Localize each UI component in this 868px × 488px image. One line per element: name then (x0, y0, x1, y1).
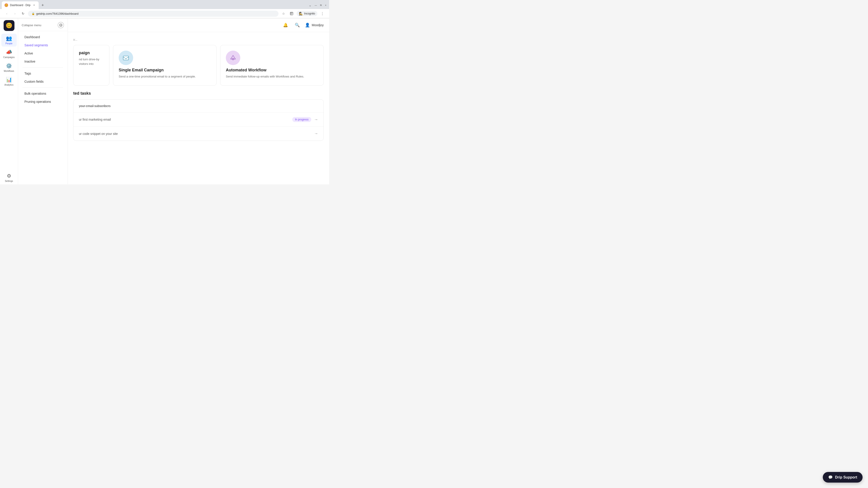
window-close-button[interactable]: × (324, 4, 327, 7)
sidebar-nav: Dashboard Saved segments Active Inactive… (18, 31, 68, 184)
new-tab-button[interactable]: + (39, 2, 46, 8)
tab-title: Dashboard · Drip (10, 4, 31, 7)
sidebar-icon-campaigns[interactable]: 📣 Campaigns (1, 47, 17, 60)
svg-rect-1 (123, 56, 129, 60)
collapse-menu-button[interactable] (58, 22, 64, 28)
sidebar-icon-analytics-label: Analytics (4, 84, 13, 86)
browser-menu-button[interactable]: ⋮ (319, 10, 326, 17)
partial-campaign-card[interactable]: paign nd turn drive-by visitors into (73, 45, 110, 86)
username-label: Moodjoy (312, 23, 324, 27)
workflows-icon: ⚙️ (6, 63, 12, 69)
search-button[interactable]: 🔍 (293, 21, 301, 29)
table-row[interactable]: ur first marketing email In progress → (73, 112, 323, 127)
sidebar-header: Collapse menu (18, 18, 68, 31)
sidebar-icon-settings[interactable]: ⚙ Settings (1, 171, 17, 184)
expanded-sidebar: Collapse menu Dashboard Saved segments A… (18, 18, 68, 184)
single-email-card-desc: Send a one-time promotional email to a s… (119, 74, 211, 79)
people-icon: 👥 (6, 35, 12, 41)
refresh-button[interactable]: ↻ (20, 10, 26, 17)
single-email-campaign-card[interactable]: Single Email Campaign Send a one-time pr… (113, 45, 217, 86)
user-avatar-icon: 👤 (305, 23, 310, 28)
automated-workflow-icon-circle (226, 51, 240, 65)
sidebar-nav-custom-fields[interactable]: Custom fields (20, 77, 66, 86)
tab-close-button[interactable]: × (32, 3, 36, 7)
icon-sidebar: 😊 👥 People 📣 Campaigns ⚙️ Workflows 📊 An… (0, 18, 18, 184)
sidebar-icon-people[interactable]: 👥 People (1, 34, 17, 46)
app-logo: 😊 (4, 20, 14, 31)
tab-favicon: 😊 (4, 3, 8, 7)
sidebar-nav-inactive[interactable]: Inactive (20, 57, 66, 66)
in-progress-badge: In progress (292, 117, 311, 122)
table-row[interactable]: ur code snippet on your site → (73, 127, 323, 140)
notifications-button[interactable]: 🔔 (281, 21, 289, 29)
address-text: getdrip.com/7641396/dashboard (36, 12, 79, 15)
task-arrow-icon[interactable]: → (314, 117, 318, 122)
forward-button[interactable]: › (12, 10, 18, 17)
sidebar-nav-saved-segments[interactable]: Saved segments (20, 41, 66, 49)
sidebar-icon-settings-label: Settings (5, 180, 13, 182)
settings-icon: ⚙ (7, 173, 11, 179)
user-menu[interactable]: 👤 Moodjoy (305, 23, 324, 28)
collapse-menu-label: Collapse menu (22, 24, 41, 27)
analytics-icon: 📊 (6, 77, 12, 83)
tasks-section-title: ted tasks (73, 91, 324, 96)
single-email-card-title: Single Email Campaign (119, 68, 211, 72)
sidebar-icon-people-label: People (5, 42, 12, 45)
browser-title-bar: 😊 Dashboard · Drip × + ⌄ — ⧉ × (0, 0, 329, 9)
window-controls: — ⧉ × (314, 4, 327, 7)
partial-card-desc: nd turn drive-by visitors into (79, 57, 104, 66)
address-bar[interactable]: 🔒 getdrip.com/7641396/dashboard (28, 11, 278, 17)
sidebar-nav-active[interactable]: Active (20, 49, 66, 57)
sidebar-nav-pruning-operations[interactable]: Pruning operations (20, 98, 66, 106)
browser-address-bar: ‹ › ↻ 🔒 getdrip.com/7641396/dashboard ☆ … (0, 9, 329, 18)
task-arrow-icon[interactable]: → (314, 131, 318, 136)
page-subtitle: v... (73, 37, 324, 41)
tasks-container: your email subscribers ur first marketin… (73, 99, 324, 141)
task-email-subscribers-text: your email subscribers (79, 104, 111, 108)
sidebar-nav-dashboard[interactable]: Dashboard (20, 33, 66, 41)
sidebar-icon-workflows-label: Workflows (4, 70, 14, 72)
app-container: 😊 👥 People 📣 Campaigns ⚙️ Workflows 📊 An… (0, 18, 329, 184)
campaigns-icon: 📣 (6, 49, 12, 55)
partial-card-title: paign (79, 51, 104, 55)
automated-workflow-card[interactable]: Automated Workflow Send immediate follow… (220, 45, 324, 86)
browser-tab[interactable]: 😊 Dashboard · Drip × (2, 1, 39, 9)
task-marketing-email-text: ur first marketing email (79, 118, 111, 121)
task-code-snippet-text: ur code snippet on your site (79, 132, 118, 135)
cards-row: paign nd turn drive-by visitors into Sin… (73, 45, 324, 86)
sidebar-nav-tags[interactable]: Tags (20, 69, 66, 77)
single-email-icon-circle (119, 51, 133, 65)
main-content: 🔔 🔍 👤 Moodjoy v... paign nd turn drive-b… (68, 18, 329, 184)
window-minimize-button[interactable]: — (314, 4, 317, 7)
back-button[interactable]: ‹ (4, 10, 10, 17)
extensions-button[interactable] (288, 10, 295, 17)
sidebar-divider-1 (23, 67, 63, 68)
browser-chrome: 😊 Dashboard · Drip × + ⌄ — ⧉ × ‹ › ↻ 🔒 g… (0, 0, 329, 18)
window-maximize-button[interactable]: ⧉ (319, 4, 322, 7)
sidebar-nav-bulk-operations[interactable]: Bulk operations (20, 90, 66, 98)
sidebar-icon-workflows[interactable]: ⚙️ Workflows (1, 61, 17, 74)
lock-icon: 🔒 (32, 12, 35, 15)
content-area: v... paign nd turn drive-by visitors int… (68, 32, 329, 146)
automated-workflow-card-desc: Send immediate follow-up emails with Wor… (226, 74, 318, 79)
svg-marker-2 (230, 55, 235, 59)
bookmark-button[interactable]: ☆ (280, 10, 287, 17)
automated-workflow-card-title: Automated Workflow (226, 68, 318, 72)
main-header: 🔔 🔍 👤 Moodjoy (68, 18, 329, 32)
incognito-indicator: 🕵️ Incognito (297, 11, 317, 16)
sidebar-icon-analytics[interactable]: 📊 Analytics (1, 75, 17, 88)
tab-dropdown-arrow[interactable]: ⌄ (309, 3, 311, 7)
table-row[interactable]: your email subscribers (73, 100, 323, 112)
sidebar-icon-campaigns-label: Campaigns (3, 56, 15, 59)
